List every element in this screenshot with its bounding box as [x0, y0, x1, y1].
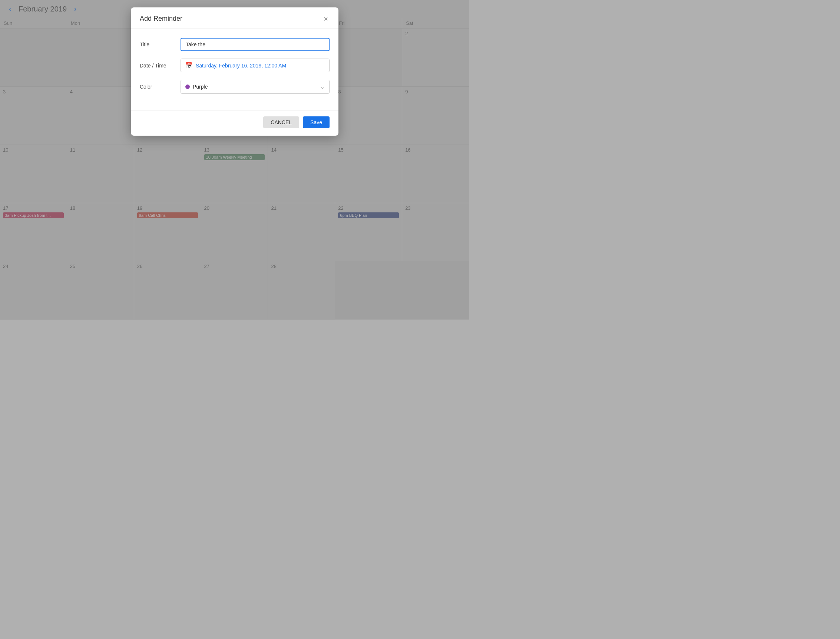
- modal-header: Add Reminder ×: [131, 7, 339, 29]
- modal-overlay: Add Reminder × Title Date / Time 📅 Satur…: [0, 0, 469, 320]
- datetime-row: Date / Time 📅 Saturday, February 16, 201…: [140, 59, 329, 72]
- modal-close-button[interactable]: ×: [322, 15, 329, 22]
- color-value-label: Purple: [193, 84, 208, 90]
- title-row: Title: [140, 38, 329, 51]
- color-picker[interactable]: Purple ⌄: [181, 80, 329, 94]
- color-dot: [185, 84, 190, 89]
- title-field-container: [181, 38, 329, 51]
- modal-footer: CANCEL Save: [131, 110, 339, 136]
- color-label: Color: [140, 84, 181, 90]
- color-divider: [317, 82, 317, 91]
- color-dropdown-right: ⌄: [314, 82, 325, 91]
- save-button[interactable]: Save: [303, 116, 329, 128]
- datetime-text: Saturday, February 16, 2019, 12:00 AM: [196, 63, 286, 68]
- title-label: Title: [140, 41, 181, 48]
- color-row: Color Purple ⌄: [140, 80, 329, 94]
- calendar-icon: 📅: [185, 62, 193, 69]
- color-field-container: Purple ⌄: [181, 80, 329, 94]
- title-input[interactable]: [181, 38, 329, 51]
- chevron-down-icon: ⌄: [320, 84, 325, 90]
- datetime-picker[interactable]: 📅 Saturday, February 16, 2019, 12:00 AM: [181, 59, 329, 72]
- datetime-label: Date / Time: [140, 63, 181, 68]
- add-reminder-modal: Add Reminder × Title Date / Time 📅 Satur…: [131, 7, 339, 136]
- modal-body: Title Date / Time 📅 Saturday, February 1…: [131, 29, 339, 110]
- color-field-left: Purple: [185, 84, 208, 90]
- datetime-field-container: 📅 Saturday, February 16, 2019, 12:00 AM: [181, 59, 329, 72]
- modal-title: Add Reminder: [140, 15, 182, 22]
- cancel-button[interactable]: CANCEL: [263, 116, 299, 128]
